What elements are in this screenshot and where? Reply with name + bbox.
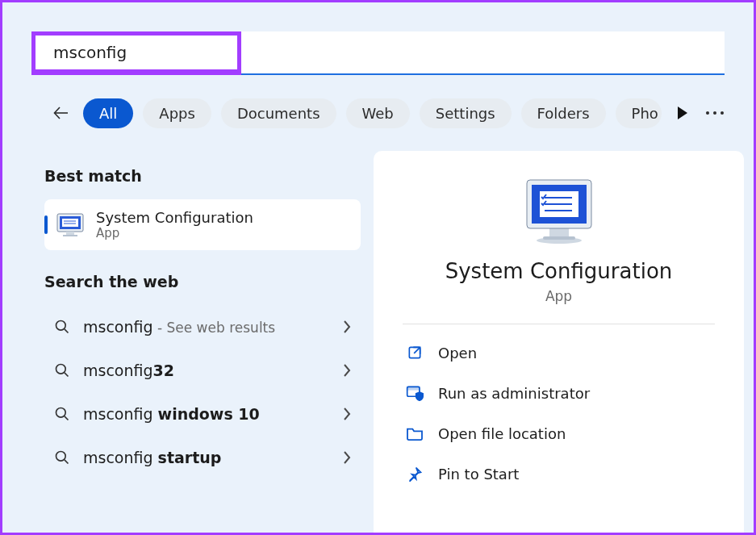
svg-point-19 — [56, 452, 66, 462]
more-options-button[interactable] — [699, 107, 731, 119]
results-left-column: Best match System Configuration App Sear… — [44, 157, 361, 479]
arrow-left-icon — [52, 103, 71, 123]
action-label: Run as administrator — [438, 385, 590, 402]
search-box-highlighted[interactable] — [31, 31, 241, 73]
svg-point-3 — [706, 111, 709, 115]
ellipsis-icon — [705, 111, 725, 115]
filter-label: Apps — [159, 105, 195, 122]
best-match-title: System Configuration — [96, 209, 253, 226]
filter-label: Web — [362, 105, 394, 122]
system-configuration-icon — [56, 211, 85, 240]
search-web-header: Search the web — [44, 273, 361, 290]
svg-line-18 — [65, 416, 69, 420]
web-results-list: msconfig - See web results msconfig32 ms… — [44, 305, 361, 479]
action-label: Pin to Start — [438, 466, 519, 483]
action-label: Open — [438, 345, 477, 362]
filter-tabs-row: All Apps Documents Web Settings Folders … — [49, 94, 731, 132]
chevron-right-icon — [343, 450, 351, 465]
svg-rect-23 — [543, 236, 575, 240]
scroll-right-icon[interactable] — [678, 107, 687, 119]
filter-tab-settings[interactable]: Settings — [420, 98, 512, 128]
svg-rect-22 — [549, 228, 569, 236]
detail-icon-wrap — [403, 178, 715, 245]
filter-label: All — [99, 105, 117, 122]
svg-line-16 — [65, 373, 69, 377]
best-match-header: Best match — [44, 167, 361, 185]
svg-point-17 — [56, 408, 66, 418]
open-external-icon — [406, 344, 424, 362]
web-result-text: msconfig32 — [83, 362, 174, 379]
web-result[interactable]: msconfig32 — [44, 349, 361, 392]
filter-label: Pho — [632, 105, 658, 122]
chevron-right-icon — [343, 407, 351, 421]
pin-icon — [406, 465, 424, 483]
search-input[interactable] — [53, 43, 254, 62]
filter-tab-web[interactable]: Web — [346, 98, 410, 128]
detail-divider — [403, 324, 715, 324]
svg-line-31 — [414, 347, 420, 353]
action-open[interactable]: Open — [403, 332, 715, 373]
svg-point-5 — [720, 111, 724, 115]
filter-label: Folders — [537, 105, 590, 122]
back-button[interactable] — [49, 101, 73, 125]
svg-line-20 — [65, 460, 69, 464]
best-match-result[interactable]: System Configuration App — [44, 199, 361, 250]
filter-tab-apps[interactable]: Apps — [143, 98, 211, 128]
svg-point-4 — [713, 111, 716, 115]
filter-label: Documents — [237, 105, 320, 122]
search-icon — [54, 319, 70, 335]
filter-tab-documents[interactable]: Documents — [221, 98, 336, 128]
search-underline-accent — [31, 73, 725, 75]
web-result-text: msconfig - See web results — [83, 318, 275, 336]
svg-rect-11 — [66, 232, 74, 235]
svg-rect-33 — [407, 387, 420, 389]
folder-icon — [406, 424, 424, 442]
svg-point-15 — [56, 365, 66, 374]
search-bar-extension — [241, 31, 725, 73]
detail-title: System Configuration — [403, 259, 715, 283]
system-configuration-icon-large — [522, 178, 596, 245]
web-result[interactable]: msconfig - See web results — [44, 305, 361, 349]
action-pin-to-start[interactable]: Pin to Start — [403, 453, 715, 494]
search-icon — [54, 362, 70, 378]
detail-preview-panel: System Configuration App Open Run as adm… — [374, 151, 744, 533]
action-run-as-admin[interactable]: Run as administrator — [403, 373, 715, 413]
detail-subtitle: App — [403, 288, 715, 304]
filter-tab-photos-truncated[interactable]: Pho — [616, 98, 662, 128]
filter-tab-all[interactable]: All — [83, 98, 133, 128]
action-open-location[interactable]: Open file location — [403, 413, 715, 453]
shield-run-icon — [406, 384, 424, 402]
web-result-text: msconfig startup — [83, 449, 221, 466]
web-result-text: msconfig windows 10 — [83, 405, 260, 423]
search-icon — [54, 406, 70, 422]
svg-rect-12 — [63, 235, 77, 236]
best-match-subtitle: App — [96, 226, 253, 240]
web-result[interactable]: msconfig windows 10 — [44, 392, 361, 436]
filter-tab-folders[interactable]: Folders — [521, 98, 606, 128]
svg-rect-8 — [62, 219, 78, 227]
windows-search-panel: All Apps Documents Web Settings Folders … — [0, 0, 756, 535]
search-icon — [54, 449, 70, 466]
chevron-right-icon — [343, 363, 351, 378]
chevron-right-icon — [343, 320, 351, 334]
web-result[interactable]: msconfig startup — [44, 436, 361, 479]
filter-label: Settings — [436, 105, 495, 122]
best-match-text: System Configuration App — [96, 209, 253, 240]
action-label: Open file location — [438, 425, 566, 442]
svg-point-13 — [56, 321, 66, 331]
svg-line-14 — [65, 329, 69, 333]
